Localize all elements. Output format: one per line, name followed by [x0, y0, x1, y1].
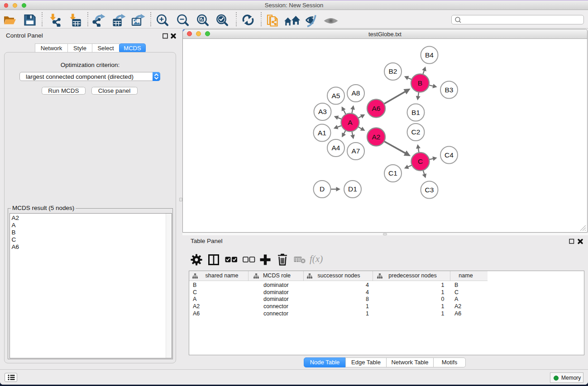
svg-text:A7: A7: [352, 147, 360, 155]
svg-text:C4: C4: [445, 151, 454, 159]
svg-text:C: C: [418, 157, 423, 165]
svg-text:B: B: [418, 79, 422, 87]
svg-text:B3: B3: [445, 86, 454, 94]
svg-text:A2: A2: [372, 133, 381, 141]
svg-text:B2: B2: [389, 67, 397, 75]
svg-text:C1: C1: [388, 169, 397, 177]
svg-text:A5: A5: [332, 92, 340, 100]
svg-text:B1: B1: [411, 109, 420, 116]
svg-text:A6: A6: [372, 105, 381, 112]
svg-text:A8: A8: [352, 89, 360, 97]
svg-text:C3: C3: [425, 186, 434, 194]
svg-text:A4: A4: [332, 144, 340, 152]
svg-text:A1: A1: [318, 129, 326, 137]
svg-text:D: D: [320, 185, 325, 193]
svg-text:A: A: [348, 119, 353, 126]
svg-text:B4: B4: [425, 51, 434, 59]
svg-text:D1: D1: [348, 185, 357, 193]
svg-text:C2: C2: [411, 128, 421, 136]
svg-text:A3: A3: [318, 108, 327, 115]
